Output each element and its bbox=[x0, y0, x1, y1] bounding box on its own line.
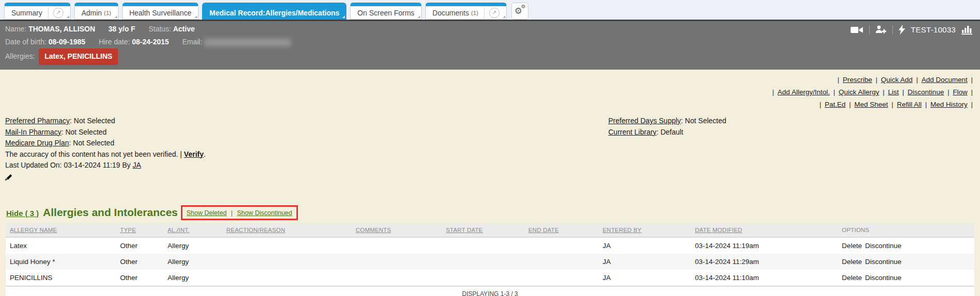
mail-in-pharmacy-value: Not Selected bbox=[63, 128, 107, 136]
bar-chart-icon[interactable] bbox=[961, 25, 973, 35]
action-links-row2: | Add Allergy/Intol. | Quick Allergy | L… bbox=[0, 86, 973, 98]
prescribe-link[interactable]: Prescribe bbox=[843, 76, 872, 84]
pipe-separator: | bbox=[883, 88, 885, 96]
delete-link[interactable]: Delete bbox=[842, 258, 862, 266]
allergies-label: Allergies: bbox=[5, 52, 35, 60]
cell-al-int: Allergy bbox=[163, 237, 222, 254]
table-row: Latex Other Allergy JA 03-14-2024 11:19a… bbox=[6, 237, 974, 254]
quick-add-link[interactable]: Quick Add bbox=[881, 76, 913, 84]
list-link[interactable]: List bbox=[888, 88, 899, 96]
col-header-end-date[interactable]: END DATE bbox=[524, 223, 599, 237]
period: . bbox=[204, 150, 206, 158]
popout-icon[interactable]: ↗ bbox=[53, 8, 63, 18]
cell-type: Other bbox=[116, 254, 163, 270]
patient-hire-date: 08-24-2015 bbox=[132, 38, 169, 46]
popout-icon[interactable]: ↗ bbox=[489, 8, 500, 18]
cell-entered-by: JA bbox=[599, 254, 691, 270]
show-deleted-link[interactable]: Show Deleted bbox=[187, 209, 227, 217]
cell-comments bbox=[352, 254, 442, 270]
col-header-al-int[interactable]: AL./INT. bbox=[163, 223, 222, 237]
med-history-link[interactable]: Med History bbox=[931, 101, 968, 108]
pipe-separator: | bbox=[876, 76, 878, 84]
mail-in-pharmacy-link[interactable]: Mail-In Pharmacy bbox=[5, 128, 61, 136]
cell-date-modified: 03-14-2024 11:19am bbox=[691, 237, 838, 254]
cell-reaction bbox=[222, 254, 352, 270]
cell-options: DeleteDiscontinue bbox=[838, 237, 974, 254]
delete-link[interactable]: Delete bbox=[842, 274, 862, 282]
discontinue-link[interactable]: Discontinue bbox=[865, 242, 902, 250]
tab-on-screen-forms[interactable]: On Screen Forms bbox=[350, 3, 421, 20]
pat-ed-link[interactable]: Pat.Ed bbox=[825, 101, 846, 108]
col-header-start-date[interactable]: START DATE bbox=[442, 223, 524, 237]
pipe-separator: | bbox=[837, 76, 839, 84]
col-header-reaction-reason[interactable]: REACTION/REASON bbox=[222, 223, 352, 237]
cell-end-date bbox=[524, 254, 599, 270]
cell-type: Other bbox=[116, 237, 163, 254]
delete-link[interactable]: Delete bbox=[842, 242, 862, 250]
allergies-badge[interactable]: Latex, PENICILLINS bbox=[39, 48, 118, 65]
edit-pencil-icon[interactable] bbox=[5, 173, 13, 180]
tab-divider bbox=[484, 7, 485, 19]
discontinue-link[interactable]: Discontinue bbox=[908, 88, 944, 96]
medicare-drug-plan-value: Not Selected bbox=[71, 139, 114, 147]
col-header-comments[interactable]: COMMENTS bbox=[352, 223, 442, 237]
tab-health-surveillance[interactable]: Health Surveillance bbox=[122, 3, 199, 20]
current-library-line: Current Library: Default bbox=[608, 127, 980, 138]
flow-link[interactable]: Flow bbox=[953, 88, 968, 96]
cell-date-modified: 03-14-2024 11:10am bbox=[691, 270, 838, 286]
cell-end-date bbox=[524, 237, 599, 254]
email-value-redacted bbox=[204, 39, 291, 46]
hide-count-link[interactable]: Hide ( 3 ) bbox=[6, 209, 39, 218]
video-camera-icon[interactable] bbox=[851, 26, 863, 34]
hire-date-label: Hire date: bbox=[98, 38, 130, 46]
pipe-separator: | bbox=[925, 101, 927, 108]
add-allergy-intol-link[interactable]: Add Allergy/Intol. bbox=[777, 88, 829, 96]
add-document-link[interactable]: Add Document bbox=[921, 76, 967, 84]
cell-comments bbox=[352, 237, 442, 254]
current-library-value: Default bbox=[658, 128, 683, 136]
verify-line: The accuracy of this content has not yet… bbox=[5, 149, 608, 160]
preferred-pharmacy-link[interactable]: Preferred Pharmacy bbox=[5, 117, 70, 125]
last-updated-by-link[interactable]: JA bbox=[132, 161, 141, 169]
current-library-link[interactable]: Current Library bbox=[608, 128, 656, 136]
discontinue-link[interactable]: Discontinue bbox=[865, 274, 902, 282]
col-header-type[interactable]: TYPE bbox=[116, 223, 163, 237]
preferred-days-supply-link[interactable]: Preferred Days Supply bbox=[608, 117, 681, 125]
lightning-bolt-icon[interactable] bbox=[899, 25, 905, 35]
show-discontinued-link[interactable]: Show Discontinued bbox=[237, 209, 292, 217]
pharmacy-info-right: Preferred Days Supply: Not Selected Curr… bbox=[608, 116, 980, 184]
patient-id: TEST-10033 bbox=[911, 25, 956, 34]
cell-entered-by: JA bbox=[599, 270, 691, 286]
settings-button[interactable]: ⚙ ⚙ bbox=[511, 3, 528, 20]
tab-divider bbox=[48, 7, 48, 19]
banner-row-name: Name: THOMAS, ALLISON 38 y/o F Status: A… bbox=[5, 23, 974, 36]
col-header-entered-by[interactable]: ENTERED BY bbox=[599, 223, 691, 237]
pipe-separator: | bbox=[971, 88, 973, 96]
displaying-count: DISPLAYING 1-3 / 3 bbox=[6, 286, 974, 296]
quick-allergy-link[interactable]: Quick Allergy bbox=[839, 88, 879, 96]
pipe-separator: | bbox=[772, 88, 774, 96]
status-label: Status: bbox=[148, 25, 171, 33]
add-person-icon[interactable] bbox=[875, 25, 887, 34]
action-links-row1: | Prescribe | Quick Add | Add Document | bbox=[0, 74, 973, 86]
refill-all-link[interactable]: Refill All bbox=[897, 101, 922, 108]
verify-link[interactable]: Verify bbox=[184, 150, 204, 158]
tab-documents[interactable]: Documents (1) ↗ bbox=[425, 3, 507, 20]
allergies-section-title: Allergies and Intolerances bbox=[43, 206, 177, 219]
discontinue-link[interactable]: Discontinue bbox=[865, 258, 902, 266]
med-sheet-link[interactable]: Med Sheet bbox=[854, 101, 888, 108]
medicare-drug-plan-link[interactable]: Medicare Drug Plan bbox=[5, 139, 69, 147]
tab-summary[interactable]: Summary ↗ bbox=[4, 3, 71, 20]
preferred-pharmacy-value: Not Selected bbox=[72, 117, 115, 125]
cell-al-int: Allergy bbox=[163, 254, 222, 270]
tab-summary-label: Summary bbox=[11, 9, 42, 17]
tab-documents-label: Documents bbox=[433, 9, 469, 17]
gear-icon: ⚙ bbox=[521, 4, 526, 9]
col-header-date-modified[interactable]: DATE MODIFIED bbox=[691, 223, 838, 237]
content-area: | Prescribe | Quick Add | Add Document |… bbox=[0, 70, 980, 295]
tab-bar: Summary ↗ Admin (1) Health Surveillance … bbox=[0, 0, 980, 20]
red-annotation-box: Show Deleted | Show Discontinued bbox=[181, 205, 298, 220]
tab-medical-record-allergies-medications[interactable]: Medical Record:Allergies/Medications bbox=[202, 3, 346, 20]
tab-admin[interactable]: Admin (1) bbox=[74, 3, 119, 20]
col-header-allergy-name[interactable]: ALLERGY NAME bbox=[6, 223, 116, 237]
